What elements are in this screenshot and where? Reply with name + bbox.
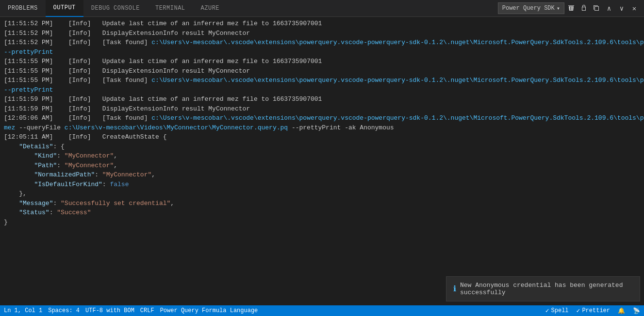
lock-output-button[interactable] xyxy=(578,2,590,14)
log-line-15: "IsDefaultForKind": false xyxy=(4,180,640,190)
status-spell[interactable]: ✓ Spell xyxy=(545,307,569,315)
log-line-12: "Kind": "MyConnector", xyxy=(4,151,640,161)
log-line-3: [11:51:52 PM] [Info] [Task found] c:\Use… xyxy=(4,38,640,47)
status-bar: Ln 1, Col 1 Spaces: 4 UTF-8 with BOM CRL… xyxy=(0,305,644,316)
broadcast-icon: 📡 xyxy=(633,307,640,315)
log-line-5: [11:51:55 PM] [Info] DisplayExtensionInf… xyxy=(4,66,640,76)
tab-problems[interactable]: PROBLEMS xyxy=(0,0,46,17)
clear-output-button[interactable] xyxy=(565,2,577,14)
log-line-13: "Path": "MyConnector", xyxy=(4,161,640,171)
log-line-11: "Details": { xyxy=(4,142,640,152)
notification-text: New Anonymous credential has been genera… xyxy=(460,282,633,296)
status-position[interactable]: Ln 1, Col 1 xyxy=(4,307,42,314)
log-line-2: [11:51:52 PM] [Info] DisplayExtensionInf… xyxy=(4,29,640,38)
tab-debug-console[interactable]: DEBUG CONSOLE xyxy=(83,0,148,17)
tab-output[interactable]: OUTPUT xyxy=(46,0,83,17)
scroll-up-button[interactable]: ∧ xyxy=(603,2,615,14)
chevron-down-icon: ▾ xyxy=(557,5,560,12)
log-line-17: "Message": "Successfully set credential"… xyxy=(4,199,640,208)
tab-actions: Power Query SDK ▾ ∧ ∨ ✕ xyxy=(498,2,644,14)
log-line-7: [11:51:59 PM] [Info] Update last ctime o… xyxy=(4,95,640,104)
source-selector[interactable]: Power Query SDK ▾ xyxy=(498,2,564,14)
status-line-ending[interactable]: CRLF xyxy=(140,307,154,314)
log-line-19: } xyxy=(4,218,640,227)
log-line-6: [11:51:55 PM] [Info] [Task found] c:\Use… xyxy=(4,76,640,85)
scroll-down-button[interactable]: ∨ xyxy=(616,2,627,14)
log-line-1: [11:51:52 PM] [Info] Update last ctime o… xyxy=(4,19,640,29)
info-icon: ℹ xyxy=(453,284,456,294)
status-spaces[interactable]: Spaces: 4 xyxy=(48,307,80,314)
tab-bar: PROBLEMS OUTPUT DEBUG CONSOLE TERMINAL A… xyxy=(0,0,644,17)
log-line-10: [12:05:11 AM] [Info] CreateAuthState { xyxy=(4,132,640,142)
log-line-8: [11:51:59 PM] [Info] DisplayExtensionInf… xyxy=(4,104,640,114)
status-language[interactable]: Power Query Formula Language xyxy=(160,307,258,314)
tab-azure[interactable]: AZURE xyxy=(193,0,228,17)
log-line-3b: --prettyPrint xyxy=(4,47,640,57)
log-line-14: "NormalizedPath": "MyConnector", xyxy=(4,170,640,180)
output-panel[interactable]: [11:51:52 PM] [Info] Update last ctime o… xyxy=(0,17,644,305)
status-prettier[interactable]: ✓ Prettier xyxy=(577,307,610,315)
notification-popup: ℹ New Anonymous credential has been gene… xyxy=(446,276,640,301)
log-line-18: "Status": "Success" xyxy=(4,208,640,218)
spell-icon: ✓ xyxy=(545,307,549,315)
log-line-9b: mez --queryFile c:\Users\v-mescobar\Vide… xyxy=(4,123,640,133)
status-notifications[interactable]: 🔔 xyxy=(618,307,625,315)
log-line-6b: --prettyPrint xyxy=(4,85,640,95)
prettier-icon: ✓ xyxy=(577,307,580,315)
bell-icon: 🔔 xyxy=(618,307,625,315)
log-line-9: [12:05:06 AM] [Info] [Task found] c:\Use… xyxy=(4,113,640,123)
copy-output-button[interactable] xyxy=(591,2,602,14)
status-right-section: ✓ Spell ✓ Prettier 🔔 📡 xyxy=(545,307,640,315)
log-line-16: }, xyxy=(4,189,640,199)
tab-terminal[interactable]: TERMINAL xyxy=(148,0,193,17)
close-panel-button[interactable]: ✕ xyxy=(628,2,640,14)
log-line-4: [11:51:55 PM] [Info] Update last ctime o… xyxy=(4,57,640,66)
status-broadcast[interactable]: 📡 xyxy=(633,307,640,315)
status-encoding[interactable]: UTF-8 with BOM xyxy=(85,307,134,314)
